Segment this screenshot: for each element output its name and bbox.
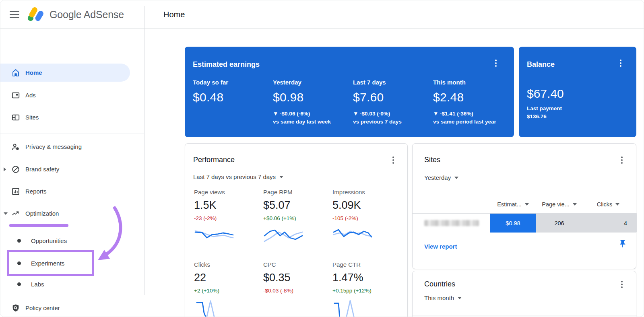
card-title: Countries bbox=[424, 280, 455, 288]
more-options-icon[interactable] bbox=[618, 281, 625, 288]
sites-card: Sites Yesterday Estimat... Page vie... C… bbox=[412, 143, 636, 269]
column-header-estimated-earnings[interactable]: Estimat... bbox=[490, 195, 536, 213]
brand-safety-icon bbox=[11, 165, 21, 174]
card-title: Estimated earnings bbox=[193, 60, 260, 69]
metric-page-views: Page views 1.5K -23 (-2%) bbox=[194, 189, 263, 245]
earnings-col-last7days: Last 7 days $7.60 ▼ -$0.03 (-0%) vs prev… bbox=[353, 79, 433, 125]
sidebar-border bbox=[144, 29, 144, 295]
pin-icon[interactable] bbox=[618, 239, 627, 248]
optimization-icon bbox=[11, 209, 21, 218]
metrics-row-2: Clicks 22 +2 (+10%) CPC $0.35 -$0.03 (-8… bbox=[194, 261, 402, 317]
sidebar-item-reports[interactable]: Reports bbox=[0, 182, 141, 200]
column-header-page-views[interactable]: Page vie... bbox=[536, 195, 582, 213]
sidebar-item-ads[interactable]: Ads bbox=[0, 86, 141, 104]
arrow-drop-down-icon bbox=[615, 203, 619, 206]
arrow-drop-down-icon bbox=[525, 203, 529, 206]
arrow-drop-down-icon bbox=[279, 176, 283, 178]
estimated-earnings-card: Estimated earnings Today so far $0.48 Ye… bbox=[185, 47, 514, 137]
table-divider bbox=[413, 315, 637, 315]
card-title: Performance bbox=[193, 156, 235, 164]
sidebar-item-privacy-messaging[interactable]: Privacy & messaging bbox=[0, 138, 141, 156]
sidebar-divider bbox=[0, 134, 144, 134]
sparkline-chart bbox=[332, 227, 373, 245]
metric-cpc: CPC $0.35 -$0.03 (-8%) bbox=[263, 261, 332, 317]
metric-page-rpm: Page RPM $5.07 +$0.06 (+1%) bbox=[263, 189, 332, 245]
annotation-underline bbox=[9, 224, 68, 227]
earnings-columns: Today so far $0.48 Yesterday $0.98 ▼ -$0… bbox=[193, 79, 513, 125]
earnings-col-today: Today so far $0.48 bbox=[193, 79, 273, 125]
sparkline-chart bbox=[332, 299, 373, 317]
more-options-icon[interactable] bbox=[492, 60, 500, 67]
app-title: Google AdSense bbox=[50, 0, 124, 29]
more-options-icon[interactable] bbox=[618, 156, 625, 164]
sidebar-item-brand-safety[interactable]: Brand safety bbox=[0, 160, 141, 178]
menu-icon[interactable] bbox=[9, 10, 20, 19]
view-report-link[interactable]: View report bbox=[424, 243, 457, 250]
policy-center-icon bbox=[11, 303, 21, 313]
ads-icon bbox=[11, 91, 21, 100]
card-title: Sites bbox=[424, 156, 440, 164]
sites-icon bbox=[11, 113, 21, 122]
last-payment-label: Last payment bbox=[527, 105, 562, 111]
column-header-clicks[interactable]: Clicks bbox=[582, 195, 634, 213]
arrow-drop-down-icon bbox=[458, 297, 462, 299]
sidebar-nav: Home Ads Sites bbox=[0, 29, 144, 317]
reports-icon bbox=[11, 187, 21, 196]
more-options-icon[interactable] bbox=[617, 60, 624, 67]
sidebar-item-policy-center[interactable]: Policy center bbox=[0, 299, 141, 317]
date-range-selector[interactable]: Last 7 days vs previous 7 days bbox=[193, 173, 283, 180]
top-app-bar: Google AdSense Home bbox=[0, 0, 644, 29]
earnings-col-thismonth: This month $2.48 ▼ -$1.41 (-36%) vs same… bbox=[433, 79, 513, 125]
sidebar-item-home[interactable]: Home bbox=[0, 64, 130, 82]
metrics-row-1: Page views 1.5K -23 (-2%) Page RPM $5.07… bbox=[194, 189, 402, 245]
metric-page-ctr: Page CTR 1.47% +0.15pp (+12%) bbox=[332, 261, 402, 317]
metric-impressions: Impressions 5.09K -105 (-2%) bbox=[332, 189, 402, 245]
annotation-arrow bbox=[81, 202, 133, 270]
table-row[interactable]: $0.98 206 4 bbox=[413, 214, 637, 233]
cell-clicks: 4 bbox=[582, 214, 637, 233]
bullet-icon bbox=[17, 282, 21, 286]
arrow-drop-down-icon bbox=[454, 177, 458, 179]
date-range-selector[interactable]: Yesterday bbox=[424, 174, 458, 181]
site-name-redacted bbox=[424, 220, 479, 226]
bullet-icon bbox=[17, 239, 21, 243]
cell-estimated-earnings: $0.98 bbox=[490, 214, 536, 233]
page-title: Home bbox=[163, 0, 185, 29]
sidebar-item-sites[interactable]: Sites bbox=[0, 108, 141, 126]
home-icon bbox=[11, 68, 21, 78]
sites-table-header: Estimat... Page vie... Clicks bbox=[413, 195, 637, 213]
metric-clicks: Clicks 22 +2 (+10%) bbox=[194, 261, 263, 317]
card-title: Balance bbox=[527, 60, 555, 69]
performance-card: Performance Last 7 days vs previous 7 da… bbox=[185, 143, 408, 317]
more-options-icon[interactable] bbox=[390, 156, 397, 164]
last-payment-value: $136.76 bbox=[527, 113, 547, 119]
date-range-selector[interactable]: This month bbox=[424, 294, 462, 301]
adsense-logo-icon bbox=[26, 5, 45, 23]
adsense-home-page: Google AdSense Home Home Ads bbox=[0, 0, 644, 317]
sparkline-chart bbox=[263, 299, 303, 317]
header-divider bbox=[144, 6, 144, 29]
balance-value: $67.40 bbox=[527, 87, 564, 101]
countries-card: Countries This month bbox=[412, 271, 636, 317]
balance-card: Balance $67.40 Last payment $136.76 bbox=[519, 47, 636, 137]
sidebar-item-labs[interactable]: Labs bbox=[0, 275, 141, 293]
sparkline-chart bbox=[194, 227, 234, 245]
chevron-down-icon[interactable] bbox=[4, 212, 8, 215]
sparkline-chart bbox=[263, 227, 303, 245]
cell-page-views: 206 bbox=[536, 214, 582, 233]
earnings-col-yesterday: Yesterday $0.98 ▼ -$0.06 (-6%) vs same d… bbox=[273, 79, 353, 125]
chevron-right-icon[interactable] bbox=[4, 167, 6, 171]
privacy-messaging-icon bbox=[11, 142, 21, 152]
arrow-drop-down-icon bbox=[573, 203, 577, 206]
sparkline-chart bbox=[194, 299, 234, 317]
